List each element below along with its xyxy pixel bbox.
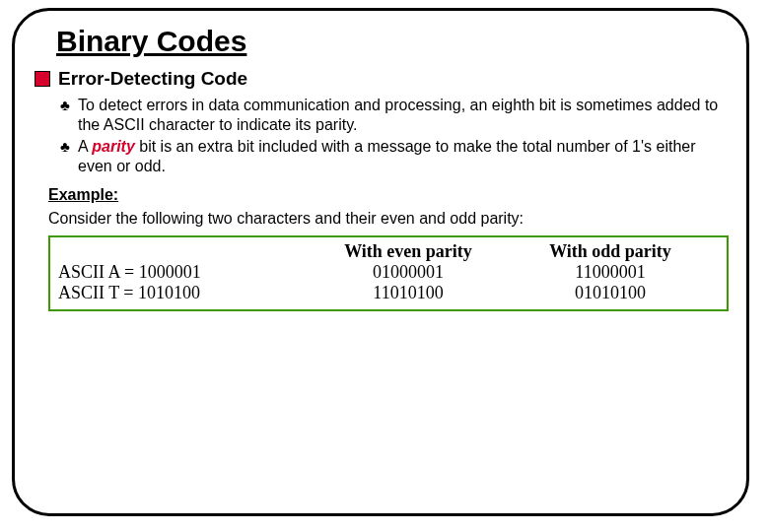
table-cell: 01010100 (512, 283, 709, 303)
club-icon: ♣ (60, 96, 78, 115)
table-cell: 11000001 (512, 262, 709, 283)
list-item: ♣ To detect errors in data communication… (60, 96, 727, 135)
table-header-row: With even parity With odd parity (58, 241, 719, 262)
list-item: ♣ A parity bit is an extra bit included … (60, 137, 727, 176)
bullet-list: ♣ To detect errors in data communication… (60, 96, 727, 176)
table-header (58, 241, 305, 262)
table-row: ASCII A = 1000001 01000001 11000001 (58, 262, 719, 283)
table-cell: 11010100 (305, 283, 512, 303)
subhead: Error-Detecting Code (58, 68, 247, 90)
bullet-text: To detect errors in data communication a… (78, 96, 727, 135)
table-header: With even parity (305, 241, 512, 262)
bullet-text-emph: parity (92, 138, 135, 155)
red-square-icon (35, 71, 50, 87)
bullet-text-pre: A (78, 138, 92, 155)
bullet-text-post: bit is an extra bit included with a mess… (78, 138, 696, 174)
slide-frame: Binary Codes Error-Detecting Code ♣ To d… (12, 8, 749, 516)
parity-table: With even parity With odd parity ASCII A… (48, 235, 729, 311)
table-cell: ASCII A = 1000001 (58, 262, 305, 283)
bullet-text: A parity bit is an extra bit included wi… (78, 137, 727, 176)
table-header: With odd parity (512, 241, 709, 262)
subhead-row: Error-Detecting Code (35, 68, 727, 90)
club-icon: ♣ (60, 137, 78, 157)
example-label: Example: (48, 186, 727, 204)
table-cell: ASCII T = 1010100 (58, 283, 305, 303)
slide-title: Binary Codes (56, 25, 727, 58)
table-cell: 01000001 (305, 262, 512, 283)
table-row: ASCII T = 1010100 11010100 01010100 (58, 283, 719, 303)
example-intro: Consider the following two characters an… (48, 210, 727, 228)
